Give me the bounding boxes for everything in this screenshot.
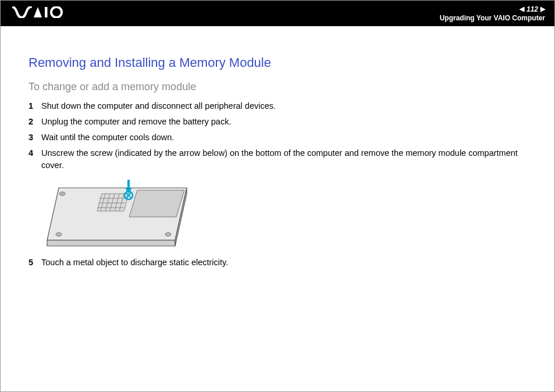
step-text: Shut down the computer and disconnect al… — [41, 100, 533, 112]
svg-marker-5 — [129, 190, 184, 217]
step-number: 2 — [29, 116, 41, 128]
nav-next-icon[interactable]: ▶ — [540, 5, 545, 13]
page-title: Removing and Installing a Memory Module — [29, 55, 533, 70]
step-item: 4 Unscrew the screw (indicated by the ar… — [29, 147, 533, 172]
vaio-logo — [12, 6, 65, 20]
svg-point-1 — [51, 7, 62, 17]
step-item: 3 Wait until the computer cools down. — [29, 131, 533, 144]
svg-point-16 — [56, 233, 62, 236]
step-number: 5 — [29, 256, 41, 269]
header-bar: ◀ 112 ▶ Upgrading Your VAIO Computer — [1, 1, 554, 26]
step-text: Unplug the computer and remove the batte… — [41, 116, 533, 128]
laptop-bottom-figure — [41, 176, 533, 251]
step-text: Wait until the computer cools down. — [41, 131, 533, 144]
section-name: Upgrading Your VAIO Computer — [440, 14, 545, 22]
step-number: 4 — [29, 147, 41, 172]
step-item: 2 Unplug the computer and remove the bat… — [29, 116, 533, 128]
step-item: 5 Touch a metal object to discharge stat… — [29, 256, 533, 269]
step-text: Touch a metal object to discharge static… — [41, 256, 533, 269]
svg-point-15 — [59, 192, 65, 195]
content: Removing and Installing a Memory Module … — [1, 26, 554, 269]
step-number: 1 — [29, 100, 41, 112]
header-right: ◀ 112 ▶ Upgrading Your VAIO Computer — [440, 5, 545, 22]
step-number: 3 — [29, 131, 41, 144]
steps-list-continued: 5 Touch a metal object to discharge stat… — [29, 256, 533, 269]
steps-list: 1 Shut down the computer and disconnect … — [29, 100, 533, 172]
step-text: Unscrew the screw (indicated by the arro… — [41, 147, 533, 172]
page-number: 112 — [526, 5, 538, 13]
page-subtitle: To change or add a memory module — [29, 81, 533, 93]
page-nav: ◀ 112 ▶ — [520, 5, 545, 13]
step-item: 1 Shut down the computer and disconnect … — [29, 100, 533, 112]
svg-rect-0 — [45, 7, 48, 17]
svg-point-17 — [165, 233, 171, 236]
nav-prev-icon[interactable]: ◀ — [520, 5, 524, 13]
svg-marker-3 — [47, 240, 175, 246]
